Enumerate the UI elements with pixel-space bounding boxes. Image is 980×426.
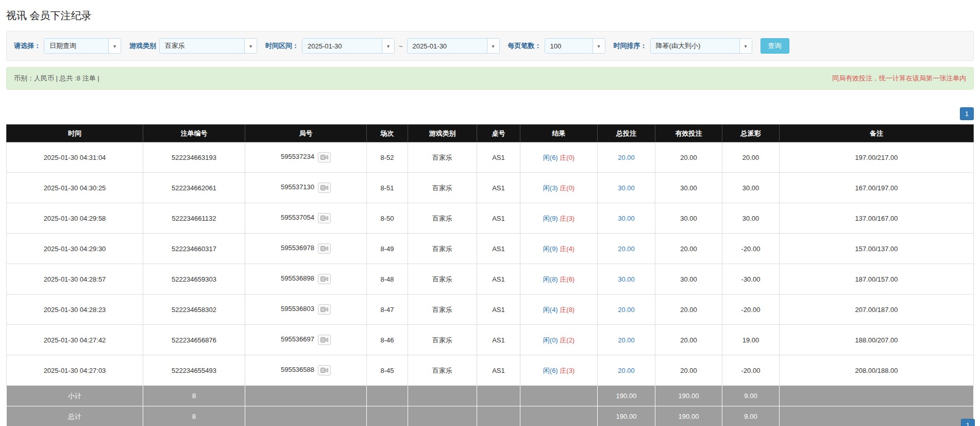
column-header: 注单编号: [143, 125, 245, 142]
round-id-text: 595536803: [281, 305, 314, 313]
total-bet-link[interactable]: 20.00: [618, 367, 635, 374]
cell-time: 2025-01-30 04:27:03: [7, 355, 143, 386]
result-banker: 庄(8): [560, 306, 575, 314]
cell-time: 2025-01-30 04:29:30: [7, 234, 143, 264]
cell-round-id: 595536898: [245, 264, 367, 294]
cell-round-id: 595536588: [245, 355, 367, 386]
total-bet-link[interactable]: 20.00: [618, 336, 635, 344]
video-replay-icon[interactable]: [318, 243, 331, 254]
column-header: 结果: [520, 125, 598, 142]
round-id-text: 595536898: [281, 274, 314, 282]
video-replay-icon[interactable]: [318, 213, 331, 223]
page-size-label: 每页笔数：: [508, 41, 542, 51]
cell-table-no: AS1: [477, 234, 520, 264]
cell-table-no: AS1: [477, 325, 520, 355]
search-button[interactable]: 查询: [761, 38, 789, 54]
cell-remark: 187.00/157.00: [780, 264, 974, 294]
cell-total-bet: 30.00: [598, 264, 655, 294]
page-button-1[interactable]: 1: [960, 107, 974, 120]
grand-total-row: 总计8190.00190.009.00: [7, 406, 974, 426]
cell-remark: 137.00/167.00: [780, 203, 974, 234]
cell-session: 8-47: [367, 294, 408, 325]
result-banker: 庄(3): [560, 215, 575, 222]
cell-payout: 30.00: [722, 203, 780, 234]
video-replay-icon[interactable]: [318, 183, 331, 193]
video-replay-icon[interactable]: [318, 152, 331, 162]
query-type-select[interactable]: 日期查询 ▾: [44, 38, 121, 54]
time-range-label: 时间区间：: [265, 41, 299, 51]
footer-cell: 9.00: [722, 386, 780, 406]
video-replay-icon[interactable]: [318, 274, 331, 284]
result-banker: 庄(0): [560, 154, 575, 161]
cell-table-no: AS1: [477, 264, 520, 294]
footer-cell: [477, 386, 520, 406]
chevron-down-icon[interactable]: ▾: [487, 39, 499, 53]
table-row: 2025-01-30 04:27:03522234655493595536588…: [7, 355, 974, 386]
cell-result: 闲(8) 庄(6): [520, 264, 598, 294]
cell-game-type: 百家乐: [408, 355, 477, 386]
result-player: 闲(9): [543, 245, 558, 253]
cell-round-id: 595536978: [245, 234, 367, 264]
date-from-input[interactable]: 2025-01-30 ▾: [302, 38, 395, 54]
chevron-down-icon[interactable]: ▾: [739, 39, 752, 53]
date-to-input[interactable]: 2025-01-30 ▾: [407, 38, 500, 54]
result-player: 闲(4): [543, 306, 558, 314]
page-container: 视讯 会员下注纪录 请选择： 日期查询 ▾ 游戏类别 百家乐 ▾ 时间区间： 2…: [0, 8, 980, 426]
footer-cell: 8: [143, 406, 245, 426]
cell-remark: 167.00/197.00: [780, 173, 974, 203]
cell-session: 8-48: [367, 264, 408, 294]
cell-table-no: AS1: [477, 142, 520, 173]
chevron-down-icon[interactable]: ▾: [382, 39, 394, 53]
cell-round-id: 595537130: [245, 173, 367, 203]
result-player: 闲(6): [543, 367, 558, 374]
page-title: 视讯 会员下注纪录: [6, 8, 974, 23]
total-bet-link[interactable]: 20.00: [618, 154, 635, 161]
result-player: 闲(3): [543, 184, 558, 192]
video-replay-icon[interactable]: [318, 304, 331, 315]
chevron-down-icon[interactable]: ▾: [593, 39, 605, 53]
cell-remark: 207.00/187.00: [780, 294, 974, 325]
video-replay-icon[interactable]: [318, 365, 331, 375]
chevron-down-icon[interactable]: ▾: [244, 39, 257, 53]
cell-result: 闲(0) 庄(2): [520, 325, 598, 355]
range-separator: ~: [399, 42, 403, 50]
cell-valid-bet: 20.00: [655, 294, 722, 325]
cell-round-id: 595537234: [245, 142, 367, 173]
footer-cell: [780, 386, 974, 406]
sort-order-select[interactable]: 降幂(由大到小) ▾: [650, 38, 752, 54]
result-player: 闲(0): [543, 336, 558, 344]
total-bet-link[interactable]: 20.00: [618, 245, 635, 253]
table-row: 2025-01-30 04:29:58522234661132595537054…: [7, 203, 974, 234]
table-row: 2025-01-30 04:27:42522234656876595536697…: [7, 325, 974, 355]
table-row: 2025-01-30 04:31:04522234663193595537234…: [7, 142, 974, 173]
cell-table-no: AS1: [477, 294, 520, 325]
cell-round-id: 595536803: [245, 294, 367, 325]
footer-label: 总计: [7, 406, 143, 426]
total-bet-link[interactable]: 30.00: [618, 184, 635, 192]
total-bet-link[interactable]: 20.00: [618, 306, 635, 314]
game-type-select[interactable]: 百家乐 ▾: [159, 38, 257, 54]
page-button-bottom[interactable]: 1: [961, 419, 975, 426]
cell-total-bet: 30.00: [598, 173, 655, 203]
footer-cell: [520, 386, 598, 406]
video-replay-icon[interactable]: [318, 335, 331, 345]
result-banker: 庄(6): [560, 275, 575, 283]
cell-round-id: 595537054: [245, 203, 367, 234]
cell-table-no: AS1: [477, 203, 520, 234]
table-row: 2025-01-30 04:28:23522234658302595536803…: [7, 294, 974, 325]
currency-total-text: 币别：人民币 | 总共 :8 注单 |: [14, 74, 99, 83]
result-banker: 庄(0): [560, 184, 575, 192]
chevron-down-icon[interactable]: ▾: [108, 39, 121, 53]
column-header: 局号: [245, 125, 367, 142]
game-type-label: 游戏类别: [129, 41, 156, 51]
query-type-value: 日期查询: [44, 39, 108, 53]
total-bet-link[interactable]: 30.00: [618, 215, 635, 222]
column-header: 总派彩: [722, 125, 780, 142]
round-id-text: 595536697: [281, 335, 314, 343]
total-bet-link[interactable]: 30.00: [618, 275, 635, 283]
filter-bar: 请选择： 日期查询 ▾ 游戏类别 百家乐 ▾ 时间区间： 2025-01-30 …: [6, 31, 974, 61]
page-size-select[interactable]: 100 ▾: [545, 38, 605, 54]
page-size-value: 100: [545, 39, 593, 53]
cell-session: 8-49: [367, 234, 408, 264]
cell-result: 闲(4) 庄(8): [520, 294, 598, 325]
